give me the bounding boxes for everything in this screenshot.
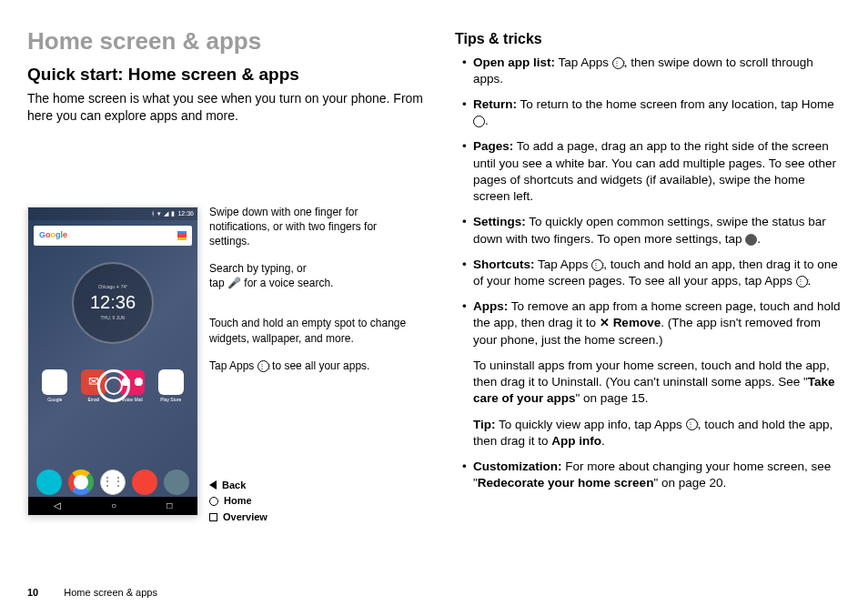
tip-app-info: Tip: To quickly view app info, tap Apps … [473, 417, 841, 449]
tip-shortcuts: Shortcuts: Tap Apps ⋮⋮, touch and hold a… [462, 257, 841, 289]
tip-apps-remove: Apps: To remove an app from a home scree… [462, 298, 841, 449]
page-title: Home screen & apps [27, 25, 428, 57]
home-circle-icon [209, 497, 218, 506]
camera-icon[interactable] [164, 470, 189, 495]
status-time: 12:36 [177, 209, 194, 217]
clock-widget: Chicago ☀ 74° 12:36 THU, 9 JUN [72, 262, 154, 344]
tip-uninstall: To uninstall apps from your home screen,… [473, 358, 841, 408]
nav-back-icon[interactable]: ◁ [54, 500, 61, 512]
footer-section: Home screen & apps [64, 586, 157, 600]
apps-inline-icon: ⋮⋮ [796, 276, 808, 288]
callout-list: Swipe down with one finger for notificat… [209, 205, 419, 387]
chrome-icon[interactable] [68, 470, 94, 495]
app-playstore[interactable]: ▶Play Store [157, 369, 185, 403]
dock: ⋮⋮ [28, 470, 197, 495]
tip-return: Return: To return to the home screen fro… [462, 96, 841, 129]
gear-inline-icon [745, 234, 757, 246]
apps-inline-icon: ⋮⋮ [591, 259, 603, 271]
apps-icon[interactable]: ⋮⋮ [100, 470, 126, 495]
tip-settings: Settings: To quickly open common setting… [462, 214, 841, 247]
wifi-icon: ▾ [157, 209, 161, 217]
phone-illustration: ᚼ ▾ ◢ ▮ 12:36 Google Chicago ☀ 74° 12:36… [27, 207, 428, 516]
intro-text: The home screen is what you see when you… [27, 90, 428, 125]
nav-callouts: Back Home Overview [209, 478, 267, 526]
section-subtitle: Quick start: Home screen & apps [27, 63, 428, 86]
tips-list: Open app list: Tap Apps ⋮⋮, then swipe d… [455, 55, 841, 492]
nav-home-icon[interactable]: ○ [111, 500, 116, 512]
nav-overview-icon[interactable]: □ [167, 500, 172, 512]
tips-heading: Tips & tricks [455, 29, 841, 49]
signal-icon: ◢ [164, 209, 168, 217]
callout-hold: Touch and hold an empty spot to change w… [209, 316, 419, 345]
messages-icon[interactable] [132, 470, 157, 495]
mic-icon[interactable] [177, 231, 187, 240]
google-logo: Google [39, 229, 67, 240]
callout-statusbar: Swipe down with one finger for notificat… [209, 205, 419, 249]
back-triangle-icon [209, 480, 217, 490]
phone-icon[interactable] [36, 470, 62, 495]
tip-pages: Pages: To add a page, drag an app to the… [462, 138, 841, 205]
callout-search: Search by typing, or tap 🎤 for a voice s… [209, 261, 419, 290]
battery-icon: ▮ [171, 209, 175, 217]
google-search-bar[interactable]: Google [34, 226, 192, 246]
callout-apps: Tap Apps ⋮⋮ to see all your apps. [209, 358, 419, 373]
apps-inline-icon: ⋮⋮ [612, 57, 624, 69]
app-google[interactable]: GGoogle [41, 369, 68, 403]
tip-customization: Customization: For more about changing y… [462, 459, 841, 491]
home-inline-icon [473, 116, 485, 127]
tip-open-apps: Open app list: Tap Apps ⋮⋮, then swipe d… [462, 55, 841, 87]
apps-inline-icon: ⋮⋮ [686, 419, 698, 430]
android-navbar: ◁ ○ □ [28, 497, 197, 515]
page-footer: 10 Home screen & apps [27, 586, 157, 600]
x-inline-icon: ✕ [600, 316, 610, 329]
phone-frame: ᚼ ▾ ◢ ▮ 12:36 Google Chicago ☀ 74° 12:36… [27, 207, 198, 516]
overview-square-icon [209, 513, 217, 521]
page-number: 10 [27, 586, 38, 600]
apps-inline-icon: ⋮⋮ [257, 360, 269, 372]
status-bar: ᚼ ▾ ◢ ▮ 12:36 [28, 207, 197, 220]
bluetooth-icon: ᚼ [151, 209, 155, 217]
touch-target-icon [97, 369, 130, 402]
